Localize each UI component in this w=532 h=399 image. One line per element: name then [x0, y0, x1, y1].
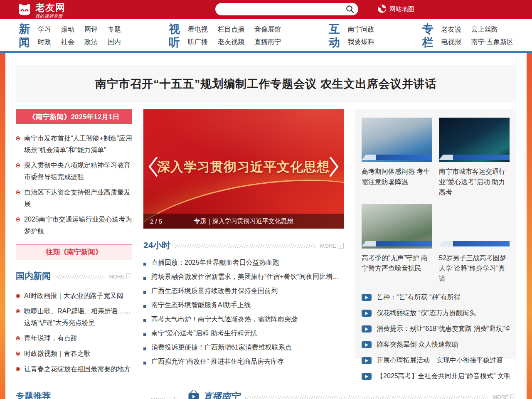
live-section: 直播南宁 MORE › 直播回顾 市直文体十一届运动会开幕式 — [188, 390, 516, 399]
nav-link-kandianshi[interactable]: 看电视 — [188, 25, 208, 34]
nav-link-laoyoushuo[interactable]: 老友说 — [441, 25, 461, 34]
logo-tagline: 我的视听家园 — [35, 14, 65, 18]
video-card[interactable]: 高考期间体感闷热 考生需注意防暑降温 — [362, 118, 432, 197]
search-icon[interactable] — [346, 5, 354, 13]
bullet-icon — [16, 336, 20, 340]
hours24-title: 24小时 — [143, 239, 170, 251]
carousel[interactable]: 深入学习贯彻习近平文化思想 2 / 5 专题｜深入学习贯彻习近平文化思想 — [143, 109, 344, 229]
video-card-grid: 高考期间体感闷热 考生需注意防暑降温 南宁市城市客运交通行业“爱心送考”启动 助… — [362, 118, 510, 284]
nav-link-shehui[interactable]: 社会 — [61, 38, 74, 47]
nav-link-wangping[interactable]: 网评 — [84, 25, 98, 34]
nav-link-lanmudianbo[interactable]: 栏目点播 — [218, 25, 244, 34]
nav-link-yinxiang[interactable]: 音像展馆 — [254, 25, 281, 34]
nav-hudong[interactable]: 互动 — [329, 22, 341, 49]
sitemap-link[interactable]: 网站地图 — [377, 4, 414, 15]
carousel-caption[interactable]: 专题｜深入学习贯彻习近平文化思想 — [143, 217, 344, 225]
main-nav: 新闻 学习 滚动 网评 专题 时政 社会 政法 国内 视听 看电视 栏目点播 音… — [0, 19, 532, 51]
search-input[interactable] — [215, 3, 346, 15]
video-thumbnail[interactable] — [439, 118, 510, 162]
nav-link-guonei[interactable]: 国内 — [108, 38, 121, 47]
list-item[interactable]: 让青春之花绽放在祖国最需要的地方 — [16, 363, 132, 375]
nav-link-dianshibao[interactable]: 电视报 — [441, 38, 461, 47]
logo-title: 老友网 — [35, 3, 65, 12]
list-item[interactable]: 【2025高考】全社会共同开启“静音模式” 文明之… — [362, 372, 510, 381]
hours24-more-link[interactable]: MORE › — [320, 243, 344, 249]
banner-text: 深入学习贯彻习近平文化思想 — [143, 158, 344, 176]
middle-column: 深入学习贯彻习近平文化思想 2 / 5 专题｜深入学习贯彻习近平文化思想 24小… — [143, 109, 344, 379]
list-item[interactable]: 仪花绚丽绽放 “仪”态万方扮靓街头 — [362, 309, 510, 318]
chevron-right-icon: › — [126, 273, 132, 279]
play-icon — [362, 310, 372, 317]
list-item[interactable]: 开展心理拓展活动 实现中小衔接平稳过渡 — [362, 356, 510, 365]
bullet-icon — [16, 136, 20, 140]
play-icon — [362, 325, 372, 332]
list-item[interactable]: 青年说理，有点甜 — [16, 332, 132, 344]
list-item[interactable]: 消费提示：别让“618”优惠变套路 消费“避坑”全指南 — [362, 325, 510, 333]
list-item[interactable]: 嘹啰山歌、RAP辟谣、相亲辨谣……这场“铲谣”大秀亮点纷呈 — [16, 305, 132, 329]
list-item[interactable]: 南宁市发布首批“人工智能+制造”应用场景“机会清单”和“能力清单” — [16, 133, 132, 156]
bullet-icon — [143, 291, 146, 294]
bullet-icon — [143, 362, 146, 365]
nav-link-baoliao[interactable]: 我要爆料 — [348, 38, 374, 47]
list-item[interactable]: 高考天气出炉！南宁天气逐渐炎热，需防阵雨突袭 — [143, 314, 344, 324]
nav-link-shizheng[interactable]: 时政 — [38, 38, 51, 47]
bullet-icon — [16, 367, 20, 371]
list-item[interactable]: 深入贯彻中央八项规定精神学习教育市委督导组完成进驻 — [16, 160, 132, 183]
list-item[interactable]: 2025南宁市交通运输行业爱心送考为梦护航 — [16, 214, 132, 237]
domestic-news-list: AI时政画报｜大农业的路子宽又阔 嘹啰山歌、RAP辟谣、相亲辨谣……这场“铲谣”… — [16, 290, 132, 375]
nav-link-gundong[interactable]: 滚动 — [61, 25, 74, 34]
bullet-icon — [16, 352, 20, 356]
list-item[interactable]: 直播回放：2025年世界献血者日公益热血跑 — [143, 258, 344, 268]
carousel-next-icon[interactable] — [329, 156, 340, 177]
chevron-right-icon: › — [338, 243, 344, 249]
video-card[interactable]: 52岁男子三战高考圆梦大学 诠释“终身学习”真谛 — [439, 204, 510, 284]
nav-link-tingguangbo[interactable]: 听广播 — [188, 38, 208, 47]
nav-group-news: 新闻 学习 滚动 网评 专题 时政 社会 政法 国内 — [19, 19, 121, 51]
hatch-divider — [55, 275, 104, 279]
carousel-prev-icon[interactable] — [148, 156, 158, 177]
nav-shiting[interactable]: 视听 — [169, 22, 181, 49]
domestic-more-link[interactable]: MORE › — [108, 273, 132, 280]
list-item[interactable]: 广西生态环境质量持续改善并保持全国前列 — [143, 286, 344, 296]
list-item[interactable]: 南宁“爱心送考”启程 助考生行程无忧 — [143, 328, 344, 338]
video-card[interactable]: 高考季的“无声”守护 南宁警方严查噪音扰民 — [362, 204, 432, 284]
tv-icon — [188, 390, 200, 399]
video-caption: 52岁男子三战高考圆梦大学 诠释“终身学习”真谛 — [439, 253, 510, 284]
bullet-icon — [143, 263, 146, 266]
topics-header: 专题推荐 MORE › — [16, 390, 175, 399]
list-item[interactable]: 自治区下达资金支持铝产业高质量发展 — [16, 187, 132, 210]
nav-link-yunshangsilu[interactable]: 云上丝路 — [471, 25, 498, 34]
hours24-header: 24小时 MORE › — [143, 239, 344, 251]
nav-link-xuexi[interactable]: 学习 — [38, 25, 51, 34]
nav-zhuanlan[interactable]: 专栏 — [422, 22, 435, 49]
list-item[interactable]: 南宁生态环境智能服务AI助手上线 — [143, 300, 344, 310]
nav-link-wenzheng[interactable]: 南宁问政 — [348, 25, 374, 34]
list-item[interactable]: 时政微视频｜青春之歌 — [16, 348, 132, 360]
live-header: 直播南宁 MORE › — [188, 390, 516, 399]
nav-link-zhengfa[interactable]: 政法 — [84, 38, 98, 47]
top-headline[interactable]: 南宁市召开“十五五”规划编制工作专题会议 农生文出席会议并讲话 — [95, 76, 437, 91]
video-thumbnail[interactable] — [362, 118, 432, 162]
chevron-right-icon: › — [169, 397, 175, 399]
nav-link-laoyoushipin[interactable]: 老友视频 — [218, 38, 244, 47]
nav-link-zhibonanning[interactable]: 直播南宁 — [254, 38, 281, 47]
list-item[interactable]: 消费投诉更便捷！广西新增61家消费维权联系点 — [143, 342, 344, 352]
list-item[interactable]: 芒种：“芒”有所获 “种”有所得 — [362, 293, 510, 302]
list-item[interactable]: 旅客突然晕倒 众人快速救助 — [362, 340, 510, 349]
nav-link-wuxiangxinqu[interactable]: 南宁·五象新区 — [471, 38, 513, 47]
nav-link-zhuanti[interactable]: 专题 — [108, 25, 121, 34]
nav-news[interactable]: 新闻 — [19, 22, 31, 49]
list-item[interactable]: AI时政画报｜大农业的路子宽又阔 — [16, 290, 132, 302]
video-caption: 高考期间体感闷热 考生需注意防暑降温 — [362, 166, 432, 187]
video-thumbnail[interactable] — [439, 204, 510, 249]
list-item[interactable]: 跨场景融合激发住宿新需求，美团旅行“住宿+餐饮”间夜同比增… — [143, 272, 344, 282]
top-red-bar: 老友网 我的视听家园 网站地图 — [0, 0, 532, 19]
hours24-list: 直播回放：2025年世界献血者日公益热血跑 跨场景融合激发住宿新需求，美团旅行“… — [143, 258, 344, 367]
video-thumbnail[interactable] — [362, 204, 432, 249]
archive-button[interactable]: 往期《南宁新闻》 — [16, 244, 132, 259]
video-card[interactable]: 南宁市城市客运交通行业“爱心送考”启动 助力高考 — [439, 118, 510, 197]
site-logo[interactable]: 老友网 我的视听家园 — [17, 2, 65, 19]
live-more-link[interactable]: MORE › — [493, 394, 516, 399]
topics-more-link[interactable]: MORE › — [151, 397, 175, 399]
list-item[interactable]: 广西拟允许“商改住” 推进非住宅商品房去库存 — [143, 357, 344, 367]
